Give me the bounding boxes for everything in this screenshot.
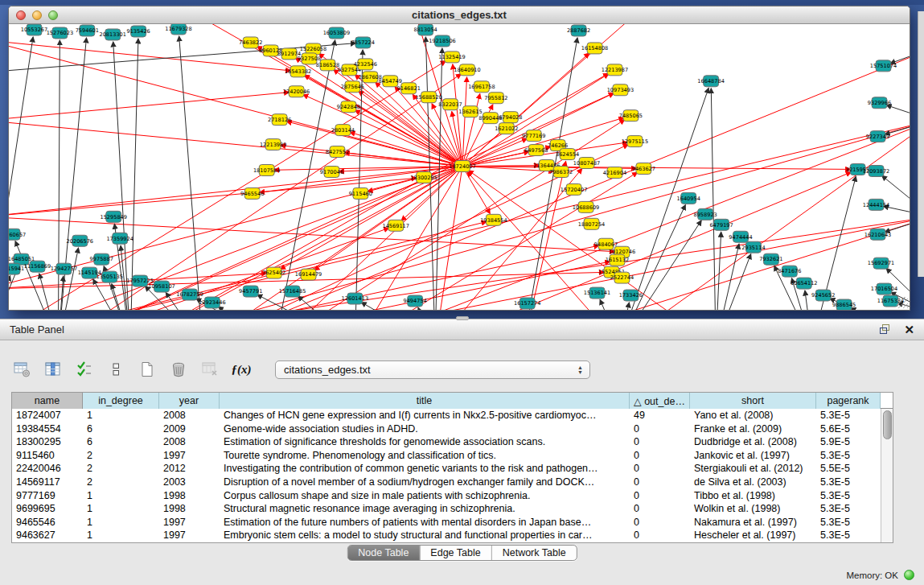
- table-row[interactable]: 969969511998Structural magnetic resonanc…: [12, 502, 881, 516]
- table-cell[interactable]: Jankovic et al. (1997): [690, 449, 816, 463]
- table-row[interactable]: 911546021997Tourette syndrome. Phenomeno…: [12, 449, 881, 463]
- select-columns-icon[interactable]: [44, 360, 62, 378]
- table-row[interactable]: 1456911722003Disruption of a novel membe…: [12, 476, 881, 489]
- table-cell[interactable]: 18724007: [12, 409, 83, 422]
- graph-edge[interactable]: [15, 241, 58, 310]
- table-cell[interactable]: 0: [630, 516, 690, 529]
- row-height-icon[interactable]: [107, 360, 125, 378]
- close-panel-icon[interactable]: ✕: [904, 323, 914, 336]
- graph-edge[interactable]: [619, 303, 629, 310]
- table-cell[interactable]: 0: [630, 529, 690, 542]
- table-row[interactable]: 2242004622012Investigating the contribut…: [12, 462, 881, 476]
- select-rows-icon[interactable]: [76, 360, 93, 378]
- table-cell[interactable]: 1: [83, 409, 159, 422]
- table-cell[interactable]: 5.3E-5: [816, 502, 881, 516]
- table-cell[interactable]: 19384554: [12, 422, 83, 436]
- table-cell[interactable]: 9115460: [12, 449, 83, 463]
- graph-edge[interactable]: [462, 77, 467, 167]
- network-window[interactable]: citations_edges.txt 18724007152260589327…: [8, 6, 910, 311]
- table-cell[interactable]: Stergiakouli et al. (2012): [690, 462, 816, 476]
- table-cell[interactable]: 0: [630, 502, 690, 516]
- table-row[interactable]: 1830029562008Estimation of significance …: [12, 435, 881, 449]
- table-cell[interactable]: 14569117: [12, 476, 83, 489]
- graph-edge[interactable]: [9, 40, 462, 167]
- column-header-year[interactable]: year: [159, 393, 220, 409]
- column-header-title[interactable]: title: [220, 393, 630, 409]
- table-cell[interactable]: Estimation of the future numbers of pati…: [220, 516, 630, 529]
- table-cell[interactable]: 9777169: [12, 489, 83, 503]
- table-cell[interactable]: Hescheler et al. (1997): [690, 529, 816, 542]
- table-cell[interactable]: 2009: [159, 422, 220, 436]
- table-cell[interactable]: 9465546: [12, 516, 83, 529]
- table-cell[interactable]: Changes of HCN gene expression and I(f) …: [220, 409, 630, 422]
- graph-edge[interactable]: [9, 216, 614, 251]
- table-cell[interactable]: 22420046: [12, 462, 83, 476]
- table-cell[interactable]: 9699695: [12, 502, 83, 516]
- table-cell[interactable]: Structural magnetic resonance image aver…: [220, 502, 630, 516]
- table-scrollbar[interactable]: [881, 409, 893, 542]
- panel-splitter-handle[interactable]: [456, 316, 469, 320]
- table-cell[interactable]: Franke et al. (2009): [690, 422, 816, 436]
- table-cell[interactable]: 2003: [159, 476, 220, 489]
- graph-edge[interactable]: [39, 274, 59, 310]
- table-cell[interactable]: Tibbo et al. (1998): [690, 489, 816, 503]
- graph-edge[interactable]: [462, 167, 490, 214]
- graph-edge[interactable]: [462, 138, 527, 166]
- table-cell[interactable]: de Silva et al. (2003): [690, 476, 816, 489]
- tab-node-table[interactable]: Node Table: [347, 546, 419, 560]
- table-cell[interactable]: 0: [630, 435, 690, 449]
- network-canvas[interactable]: 1872400715226058932750874638228960128891…: [9, 24, 910, 310]
- table-cell[interactable]: Wolkin et al. (1998): [690, 502, 816, 516]
- column-header-in_degree[interactable]: in_degree: [83, 393, 159, 409]
- table-cell[interactable]: 1997: [159, 516, 220, 529]
- table-cell[interactable]: 5.3E-5: [816, 476, 881, 489]
- window-resize-grip[interactable]: [897, 297, 908, 308]
- graph-edge[interactable]: [9, 93, 290, 121]
- memory-status-icon[interactable]: [904, 570, 914, 580]
- table-cell[interactable]: 1998: [159, 502, 220, 516]
- table-cell[interactable]: Investigating the contribution of common…: [220, 462, 630, 476]
- graph-edge[interactable]: [58, 276, 63, 310]
- table-cell[interactable]: 5.3E-5: [816, 516, 881, 529]
- column-header-pagerank[interactable]: pagerank: [816, 393, 881, 409]
- table-cell[interactable]: Tourette syndrome. Phenomenology and cla…: [220, 449, 630, 463]
- table-cell[interactable]: Dudbridge et al. (2008): [690, 435, 816, 449]
- table-cell[interactable]: 1998: [159, 489, 220, 503]
- table-settings-icon[interactable]: [13, 360, 31, 378]
- table-cell[interactable]: 2008: [159, 435, 220, 449]
- table-cell[interactable]: 1997: [159, 529, 220, 542]
- table-row[interactable]: 1938455462009Genome-wide association stu…: [12, 422, 881, 436]
- table-cell[interactable]: 2008: [159, 409, 220, 422]
- table-cell[interactable]: 18300295: [12, 435, 83, 449]
- table-cell[interactable]: 2: [83, 449, 159, 463]
- column-header-short[interactable]: short: [690, 393, 816, 409]
- table-row[interactable]: 946554611997Estimation of the future num…: [12, 516, 881, 529]
- table-cell[interactable]: Yano et al. (2008): [690, 409, 816, 422]
- table-scrollbar-thumb[interactable]: [883, 410, 892, 439]
- table-cell[interactable]: 9463627: [12, 529, 83, 542]
- column-header-name[interactable]: name: [12, 393, 83, 409]
- table-cell[interactable]: Embryonic stem cells: a model to study s…: [220, 529, 630, 542]
- table-cell[interactable]: 0: [630, 489, 690, 503]
- table-cell[interactable]: 49: [630, 409, 690, 422]
- table-cell[interactable]: 5.6E-5: [816, 422, 881, 436]
- graph-edge[interactable]: [113, 42, 130, 310]
- table-cell[interactable]: 1: [83, 502, 159, 516]
- table-cell[interactable]: 0: [630, 476, 690, 489]
- table-cell[interactable]: 0: [630, 462, 690, 476]
- table-cell[interactable]: 5.3E-5: [816, 449, 881, 463]
- delete-table-icon[interactable]: [170, 360, 187, 378]
- graph-edge[interactable]: [9, 276, 10, 310]
- table-selector-dropdown[interactable]: citations_edges.txt ▲▼: [275, 360, 590, 379]
- table-cell[interactable]: 6: [83, 422, 159, 436]
- table-cell[interactable]: 1: [83, 516, 159, 529]
- table-cell[interactable]: 1: [83, 529, 159, 542]
- graph-edge[interactable]: [716, 254, 751, 310]
- delete-columns-icon[interactable]: [201, 360, 219, 378]
- graph-edge[interactable]: [179, 36, 203, 310]
- table-cell[interactable]: Disruption of a novel member of a sodium…: [220, 476, 630, 489]
- table-cell[interactable]: 2012: [159, 462, 220, 476]
- graph-edge[interactable]: [619, 121, 910, 310]
- table-row[interactable]: 977716911998Corpus callosum shape and si…: [12, 489, 881, 503]
- table-cell[interactable]: 0: [630, 422, 690, 436]
